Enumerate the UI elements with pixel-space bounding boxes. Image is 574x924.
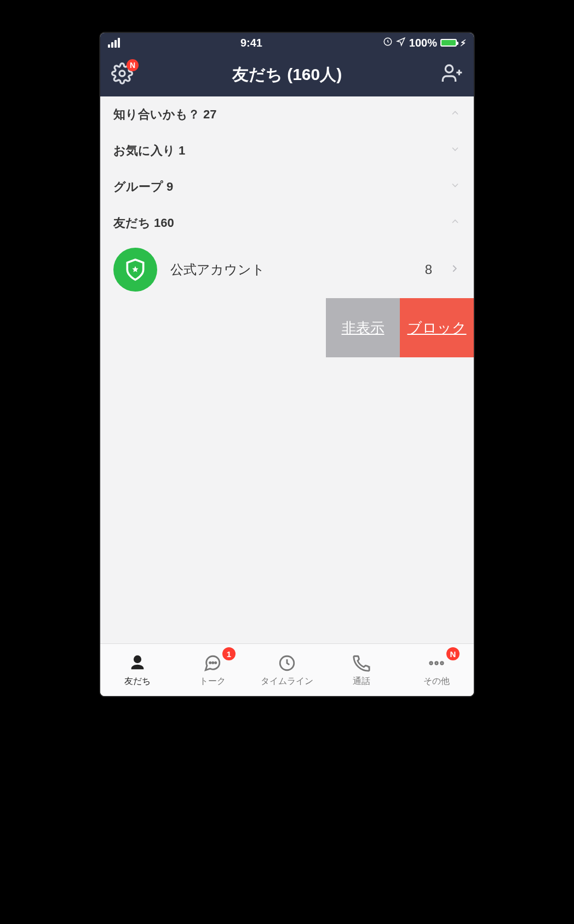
settings-badge: N xyxy=(127,59,139,71)
tab-friends[interactable]: 友だち xyxy=(100,644,175,696)
chat-icon xyxy=(203,653,222,674)
svg-point-2 xyxy=(445,65,452,72)
tab-label: トーク xyxy=(199,676,226,687)
chevron-down-icon xyxy=(450,144,461,158)
section-friends[interactable]: 友だち 160 xyxy=(100,205,474,241)
status-right: 100% ⚡︎ xyxy=(383,37,466,49)
chevron-right-icon xyxy=(449,263,461,277)
tab-label: 友だち xyxy=(124,676,151,687)
chevron-up-icon xyxy=(450,216,461,230)
status-bar: 9:41 100% ⚡︎ xyxy=(100,33,474,53)
svg-point-10 xyxy=(430,662,433,665)
section-label: お気に入り 1 xyxy=(113,142,185,159)
more-icon xyxy=(427,653,446,674)
svg-point-11 xyxy=(435,662,438,665)
section-groups[interactable]: グループ 9 xyxy=(100,169,474,205)
svg-point-8 xyxy=(215,662,216,663)
person-icon xyxy=(128,653,147,674)
svg-marker-5 xyxy=(132,266,138,272)
friends-list[interactable]: 知り合いかも？ 27 お気に入り 1 グループ 9 友だち 160 xyxy=(100,96,474,643)
hide-button[interactable]: 非表示 xyxy=(326,298,400,357)
chevron-up-icon xyxy=(450,107,461,122)
settings-button[interactable]: N xyxy=(111,62,133,87)
hide-label: 非表示 xyxy=(342,318,384,338)
svg-point-6 xyxy=(209,662,210,663)
tab-label: その他 xyxy=(423,676,450,687)
svg-point-1 xyxy=(119,71,125,76)
section-label: 知り合いかも？ 27 xyxy=(113,106,217,123)
tab-bar: 友だち トーク 1 タイムライン 通話 その他 N xyxy=(100,643,474,696)
svg-point-7 xyxy=(212,662,213,663)
app-header: N 友だち (160人) xyxy=(100,53,474,96)
phone-frame: 9:41 100% ⚡︎ N 友だち (160人) xyxy=(100,33,474,696)
clock-icon xyxy=(278,653,296,674)
status-time: 9:41 xyxy=(240,37,262,49)
row-count: 8 xyxy=(425,262,432,277)
rotation-lock-icon xyxy=(383,37,393,49)
section-label: 友だち 160 xyxy=(113,215,174,231)
tab-timeline[interactable]: タイムライン xyxy=(250,644,324,696)
section-favorites[interactable]: お気に入り 1 xyxy=(100,133,474,169)
section-label: グループ 9 xyxy=(113,179,173,195)
block-button[interactable]: ブロック xyxy=(400,298,474,357)
location-icon xyxy=(396,37,406,49)
charging-icon: ⚡︎ xyxy=(460,38,466,48)
phone-icon xyxy=(352,653,371,674)
tab-badge: N xyxy=(446,647,460,660)
row-official-accounts[interactable]: 公式アカウント 8 xyxy=(100,241,474,298)
section-suggestions[interactable]: 知り合いかも？ 27 xyxy=(100,96,474,133)
swipe-actions: 非表示 ブロック xyxy=(100,298,474,357)
svg-point-12 xyxy=(440,662,443,665)
page-title: 友だち (160人) xyxy=(232,64,342,86)
battery-icon xyxy=(440,39,457,47)
tab-talk[interactable]: トーク 1 xyxy=(175,644,249,696)
tab-label: 通話 xyxy=(353,676,370,687)
battery-percent: 100% xyxy=(409,37,437,49)
add-friend-button[interactable] xyxy=(441,62,463,87)
tab-call[interactable]: 通話 xyxy=(324,644,399,696)
row-label: 公式アカウント xyxy=(170,261,412,278)
tab-badge: 1 xyxy=(222,647,236,660)
tab-label: タイムライン xyxy=(261,676,313,687)
status-left xyxy=(108,38,120,48)
tab-more[interactable]: その他 N xyxy=(399,644,474,696)
signal-icon xyxy=(108,38,120,48)
shield-star-icon xyxy=(113,248,157,292)
block-label: ブロック xyxy=(407,318,467,338)
chevron-down-icon xyxy=(450,180,461,194)
